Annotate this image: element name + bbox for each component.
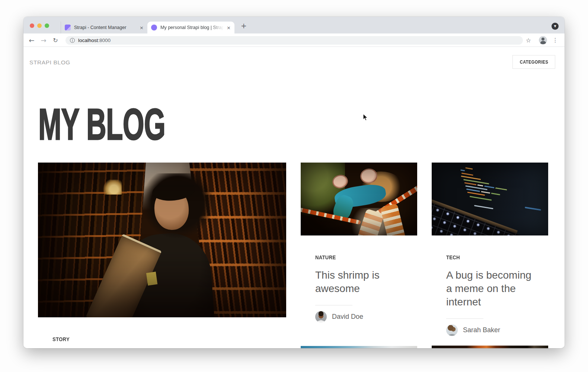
author-row[interactable]: David Doe: [315, 311, 417, 323]
title-divider: [446, 318, 483, 319]
author-name: David Doe: [332, 313, 363, 321]
article-title[interactable]: This shrimp is awesome: [315, 269, 405, 295]
minimize-window-button[interactable]: [37, 23, 42, 28]
tab-strapi-content-manager[interactable]: Strapi - Content Manager ×: [61, 22, 147, 33]
article-image-library[interactable]: [38, 163, 286, 317]
blog-favicon-icon: [151, 25, 157, 31]
categories-button-label: CATEGORIES: [520, 59, 548, 65]
new-tab-button[interactable]: +: [239, 21, 249, 31]
browser-toolbar: ← → ↻ localhost:8000 ☆ ⋮: [23, 33, 565, 47]
strapi-favicon-icon: [65, 25, 71, 31]
url-host: localhost: [78, 38, 98, 43]
url-text: localhost:8000: [78, 38, 111, 43]
url-port: :8000: [98, 38, 111, 43]
site-name[interactable]: STRAPI BLOG: [29, 59, 70, 66]
categories-button[interactable]: CATEGORIES: [512, 55, 555, 69]
browser-menu-icon[interactable]: ⋮: [550, 33, 560, 47]
photo-vignette: [432, 163, 548, 235]
page-title: MY BLOG: [38, 102, 165, 146]
zoom-window-button[interactable]: [45, 23, 49, 28]
photo-vignette: [301, 163, 417, 235]
article-title[interactable]: A bug is becoming a meme on the internet: [446, 269, 536, 309]
close-tab-icon[interactable]: ×: [140, 25, 144, 31]
category-label-tech[interactable]: TECH: [446, 254, 460, 261]
profile-avatar-icon[interactable]: [539, 36, 547, 44]
category-label-story[interactable]: STORY: [52, 336, 70, 343]
tab-title: Strapi - Content Manager: [74, 25, 137, 30]
title-divider: [315, 305, 352, 305]
reload-button[interactable]: ↻: [50, 33, 61, 47]
chevron-down-icon: ▼: [554, 25, 556, 28]
category-label-nature[interactable]: NATURE: [315, 254, 336, 261]
author-name: Sarah Baker: [463, 326, 500, 334]
window-controls: [30, 23, 49, 28]
bookmark-star-icon[interactable]: ☆: [523, 33, 534, 47]
next-article-image-partial[interactable]: [432, 346, 548, 348]
address-bar[interactable]: localhost:8000: [65, 36, 523, 45]
photo-vignette: [38, 163, 286, 317]
back-button[interactable]: ←: [26, 33, 37, 47]
forward-button[interactable]: →: [38, 33, 49, 47]
author-avatar: [315, 311, 327, 323]
article-image-laptop[interactable]: [432, 163, 548, 235]
close-window-button[interactable]: [30, 23, 34, 28]
desktop-background: Strapi - Content Manager × My personal S…: [0, 0, 588, 372]
article-card-nature: NATURE This shrimp is awesome David Doe: [301, 163, 417, 323]
blog-page: STRAPI BLOG CATEGORIES MY BLOG: [23, 47, 565, 348]
tab-bar: Strapi - Content Manager × My personal S…: [23, 17, 565, 33]
close-tab-icon[interactable]: ×: [227, 25, 231, 31]
site-info-icon[interactable]: [70, 38, 75, 43]
next-article-image-partial[interactable]: [301, 346, 417, 348]
article-card-tech: TECH A bug is becoming a meme on the int…: [432, 163, 548, 336]
tab-my-blog-active[interactable]: My personal Strapi blog | Strap ×: [147, 22, 234, 33]
mouse-cursor: [363, 113, 369, 122]
author-avatar: [446, 324, 458, 336]
browser-window: Strapi - Content Manager × My personal S…: [23, 17, 565, 348]
tab-search-button[interactable]: ▼: [552, 23, 559, 30]
tab-title: My personal Strapi blog | Strap: [160, 25, 224, 30]
article-image-shrimp[interactable]: [301, 163, 417, 235]
article-card-story: STORY: [38, 163, 286, 343]
author-row[interactable]: Sarah Baker: [446, 324, 548, 336]
